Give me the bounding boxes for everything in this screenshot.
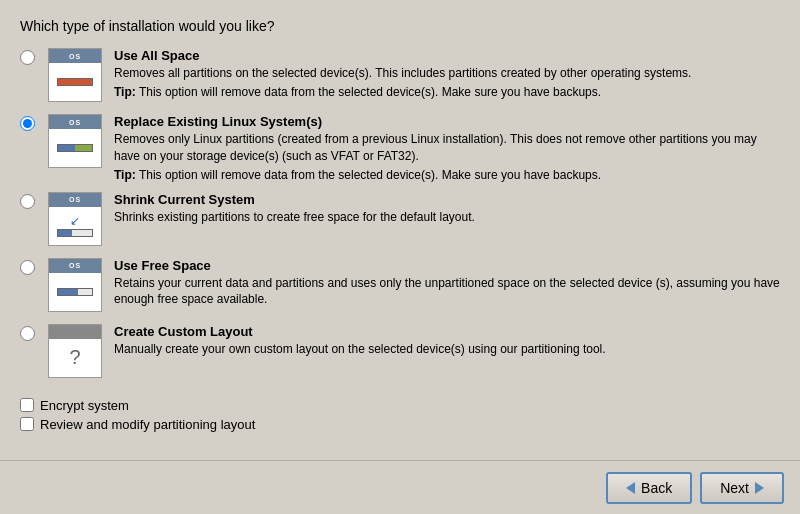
option-desc-replace-existing: Removes only Linux partitions (created f… (114, 131, 780, 165)
option-title-custom: Create Custom Layout (114, 324, 780, 339)
option-row-free-space: OS Use Free Space Retains your current d… (20, 258, 780, 314)
option-title-replace-existing: Replace Existing Linux System(s) (114, 114, 780, 129)
checkbox-encrypt[interactable] (20, 398, 34, 412)
checkbox-row-review: Review and modify partitioning layout (20, 417, 780, 432)
option-desc-free-space: Retains your current data and partitions… (114, 275, 780, 309)
radio-col-5[interactable] (20, 324, 48, 344)
tip-prefix-1: Tip: (114, 85, 136, 99)
radio-col-2[interactable] (20, 114, 48, 134)
option-row-shrink: OS ↙ Shrink Current System Shrinks exist… (20, 192, 780, 248)
radio-free-space[interactable] (20, 260, 35, 275)
radio-col-4[interactable] (20, 258, 48, 278)
option-tip-use-all-space: Tip: This option will remove data from t… (114, 85, 780, 99)
option-text-use-all-space: Use All Space Removes all partitions on … (114, 48, 780, 99)
footer: Back Next (0, 460, 800, 514)
icon-free-space: OS (48, 258, 104, 314)
next-label: Next (720, 480, 749, 496)
option-tip-replace-existing: Tip: This option will remove data from t… (114, 168, 780, 182)
option-desc-custom: Manually create your own custom layout o… (114, 341, 780, 358)
option-text-replace-existing: Replace Existing Linux System(s) Removes… (114, 114, 780, 182)
option-desc-use-all-space: Removes all partitions on the selected d… (114, 65, 780, 82)
option-title-shrink: Shrink Current System (114, 192, 780, 207)
radio-use-all-space[interactable] (20, 50, 35, 65)
option-row-replace-existing: OS Replace Existing Linux System(s) Remo… (20, 114, 780, 182)
radio-col-1[interactable] (20, 48, 48, 68)
icon-use-all-space: OS (48, 48, 104, 104)
option-text-free-space: Use Free Space Retains your current data… (114, 258, 780, 311)
radio-replace-existing[interactable] (20, 116, 35, 131)
option-row-use-all-space: OS Use All Space Removes all partitions … (20, 48, 780, 104)
option-text-shrink: Shrink Current System Shrinks existing p… (114, 192, 780, 228)
icon-custom: ? (48, 324, 104, 380)
back-button[interactable]: Back (606, 472, 692, 504)
option-title-free-space: Use Free Space (114, 258, 780, 273)
checkbox-review[interactable] (20, 417, 34, 431)
option-title-use-all-space: Use All Space (114, 48, 780, 63)
option-text-custom: Create Custom Layout Manually create you… (114, 324, 780, 360)
radio-col-3[interactable] (20, 192, 48, 212)
option-desc-shrink: Shrinks existing partitions to create fr… (114, 209, 780, 226)
back-arrow-icon (626, 482, 635, 494)
main-content: Which type of installation would you lik… (0, 0, 800, 460)
radio-shrink[interactable] (20, 194, 35, 209)
page-question: Which type of installation would you lik… (20, 18, 780, 34)
next-button[interactable]: Next (700, 472, 784, 504)
encrypt-label[interactable]: Encrypt system (40, 398, 129, 413)
option-row-custom: ? Create Custom Layout Manually create y… (20, 324, 780, 380)
icon-shrink: OS ↙ (48, 192, 104, 248)
back-label: Back (641, 480, 672, 496)
radio-custom[interactable] (20, 326, 35, 341)
checkboxes-area: Encrypt system Review and modify partiti… (20, 398, 780, 432)
icon-replace-existing: OS (48, 114, 104, 170)
checkbox-row-encrypt: Encrypt system (20, 398, 780, 413)
tip-prefix-2: Tip: (114, 168, 136, 182)
review-label[interactable]: Review and modify partitioning layout (40, 417, 255, 432)
question-mark-icon: ? (69, 346, 80, 369)
next-arrow-icon (755, 482, 764, 494)
